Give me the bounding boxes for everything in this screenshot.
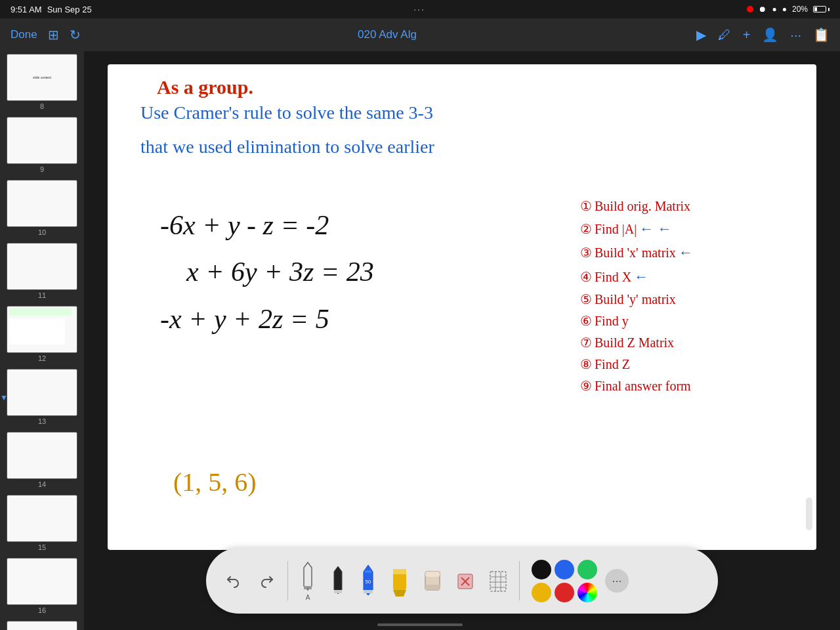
add-icon[interactable]: +: [743, 28, 751, 43]
step-text-6: Find y: [595, 310, 629, 332]
step-text-5: Build 'y' matrix: [595, 289, 676, 310]
step-num-5: ⑤: [580, 289, 592, 310]
step-4: ④ Find X ←: [580, 265, 797, 289]
wifi-icon: ●: [772, 5, 776, 14]
step-text-3: Build 'x' matrix: [595, 242, 676, 264]
svg-rect-4: [334, 590, 342, 593]
pencil-tip-icon[interactable]: 🖊: [718, 28, 731, 43]
equation-1: -6x + y - z = -2: [160, 202, 374, 249]
slide-thumb-15[interactable]: 15: [0, 492, 84, 555]
whiteboard: As a group. Use Cramer's rule to solve t…: [108, 64, 816, 550]
toolbar-pill: A 50: [206, 548, 718, 614]
step-7: ⑦ Build Z Matrix: [580, 332, 797, 354]
slide-thumb-16[interactable]: 16: [0, 555, 84, 618]
step-2: ② Find |A| ← ←: [580, 217, 797, 241]
drawing-toolbar: A 50: [84, 545, 840, 617]
more-colors-button[interactable]: ···: [605, 569, 629, 593]
navbar: Done ⊞ ↻ 020 Adv Alg ▶ 🖊 + 👤 ··· 📋: [0, 18, 840, 51]
separator-1: [287, 561, 288, 600]
step-num-6: ⑥: [580, 310, 592, 332]
color-black[interactable]: [532, 560, 551, 579]
battery-pct: 20%: [792, 5, 808, 14]
color-yellow[interactable]: [532, 583, 551, 602]
slide-panel: slide content 8 9 10 11 12 ▼ 13 14: [0, 51, 84, 630]
step-text-7: Build Z Matrix: [595, 332, 674, 354]
color-palette: [532, 560, 597, 602]
whiteboard-steps: ① Build orig. Matrix ② Find |A| ← ← ③ Bu…: [580, 196, 797, 397]
svg-rect-13: [425, 585, 440, 590]
done-button[interactable]: Done: [10, 28, 37, 41]
slide-thumb-13[interactable]: ▼ 13: [0, 366, 84, 429]
undo-button[interactable]: [219, 566, 248, 595]
document-title: 020 Adv Alg: [358, 28, 417, 41]
play-icon[interactable]: ▶: [696, 27, 706, 43]
equation-2: x + 6y + 3z = 23: [186, 249, 374, 295]
whiteboard-subtitle-line2: that we used elimination to solve earlie…: [140, 136, 434, 158]
step-num-1: ①: [580, 196, 592, 217]
step-9: ⑨ Final answer form: [580, 375, 797, 397]
step-text-2: Find |A|: [595, 219, 637, 240]
center-dots: ···: [413, 4, 425, 14]
more-options-icon[interactable]: ···: [790, 28, 801, 43]
pencil-black-tool[interactable]: [325, 562, 351, 599]
step-arrow-3: ←: [679, 241, 693, 264]
wifi-dots: ●: [782, 5, 787, 14]
pen-blue-tool[interactable]: 50: [355, 561, 381, 600]
color-green[interactable]: [578, 560, 597, 579]
slide-thumb-11[interactable]: 11: [0, 240, 84, 303]
home-indicator: [377, 623, 463, 626]
battery-icon: [813, 6, 830, 12]
step-num-7: ⑦: [580, 332, 592, 354]
slide-thumb-8[interactable]: slide content 8: [0, 51, 84, 114]
main-content: As a group. Use Cramer's rule to solve t…: [84, 51, 840, 545]
status-right: ⏺ ● ● 20%: [747, 5, 830, 14]
whiteboard-answer: (1, 5, 6): [173, 467, 257, 497]
status-bar: 9:51 AM Sun Sep 25 ··· ⏺ ● ● 20%: [0, 0, 840, 18]
step-arrow-4: ←: [634, 265, 648, 289]
step-text-1: Build orig. Matrix: [595, 196, 690, 217]
slide-thumb-14[interactable]: 14: [0, 429, 84, 492]
highlighter-yellow-tool[interactable]: [385, 561, 414, 600]
step-5: ⑤ Build 'y' matrix: [580, 289, 797, 310]
svg-marker-3: [334, 566, 342, 594]
color-blue[interactable]: [555, 560, 574, 579]
person-icon[interactable]: 👤: [762, 27, 778, 43]
texture-tool[interactable]: [484, 562, 513, 599]
eraser-tool[interactable]: [418, 561, 447, 600]
step-3: ③ Build 'x' matrix ←: [580, 241, 797, 264]
step-text-4: Find X: [595, 266, 631, 288]
pencil-outline-label: A: [306, 594, 310, 601]
status-time: 9:51 AM: [10, 5, 42, 14]
color-red[interactable]: [555, 583, 574, 602]
whiteboard-title: As a group.: [157, 76, 253, 98]
slide-thumb-10[interactable]: 10: [0, 177, 84, 240]
pencil-outline-tool[interactable]: A: [295, 558, 321, 604]
redo-button[interactable]: [252, 566, 281, 595]
equation-3: -x + y + 2z = 5: [160, 296, 374, 343]
step-num-3: ③: [580, 242, 592, 264]
color-rainbow[interactable]: [578, 583, 597, 602]
grid-view-icon[interactable]: ⊞: [48, 27, 59, 43]
svg-rect-14: [425, 572, 440, 577]
step-num-4: ④: [580, 266, 592, 288]
doc-icon[interactable]: 📋: [813, 27, 830, 43]
svg-rect-6: [364, 590, 373, 593]
svg-rect-18: [490, 572, 506, 591]
step-text-8: Find Z: [595, 354, 630, 375]
step-num-9: ⑨: [580, 375, 592, 397]
history-icon[interactable]: ↻: [70, 27, 81, 43]
eraser-x-tool[interactable]: [451, 561, 480, 600]
status-date: Sun Sep 25: [47, 5, 92, 14]
scrollbar[interactable]: [806, 497, 812, 530]
slide-thumb-12[interactable]: 12: [0, 303, 84, 366]
slide-thumb-17[interactable]: 17: [0, 618, 84, 630]
svg-text:50: 50: [366, 579, 371, 585]
slide-thumb-9[interactable]: 9: [0, 114, 84, 177]
step-num-8: ⑧: [580, 354, 592, 375]
svg-rect-7: [365, 570, 371, 573]
step-num-2: ②: [580, 219, 592, 240]
separator-2: [519, 561, 520, 600]
whiteboard-subtitle-line1: Use Cramer's rule to solve the same 3-3: [140, 102, 433, 123]
step-text-9: Final answer form: [595, 375, 691, 397]
svg-marker-10: [393, 590, 406, 597]
